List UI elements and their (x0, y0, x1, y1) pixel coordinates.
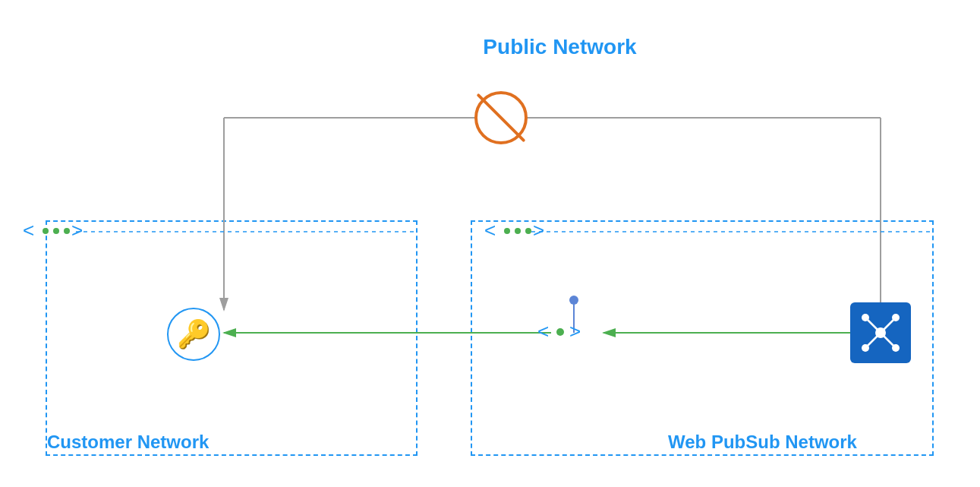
diagram-container: Public Network Customer Network Web PubS… (0, 0, 980, 487)
svg-text:>: > (71, 219, 83, 242)
svg-line-30 (865, 333, 881, 348)
svg-line-29 (881, 318, 896, 333)
service-endpoint-icon: < > (536, 315, 597, 349)
svg-point-12 (53, 228, 59, 234)
svg-point-13 (64, 228, 70, 234)
svg-point-18 (525, 228, 531, 234)
svg-point-9 (569, 296, 578, 305)
svg-line-31 (881, 333, 896, 348)
svg-text:>: > (533, 219, 544, 242)
key-icon: 🔑 (167, 308, 220, 361)
svg-line-28 (865, 318, 881, 333)
svg-point-16 (504, 228, 510, 234)
left-connector-icon: < > (21, 214, 90, 248)
svg-point-21 (556, 328, 564, 336)
webpubsub-service-icon (850, 302, 911, 363)
no-symbol-icon (474, 91, 528, 144)
svg-text:<: < (484, 219, 496, 242)
svg-text:<: < (23, 219, 34, 242)
svg-point-11 (43, 228, 49, 234)
svg-point-17 (515, 228, 521, 234)
svg-text:>: > (569, 320, 581, 343)
right-connector-icon: < > (483, 214, 551, 248)
svg-text:<: < (537, 320, 549, 343)
